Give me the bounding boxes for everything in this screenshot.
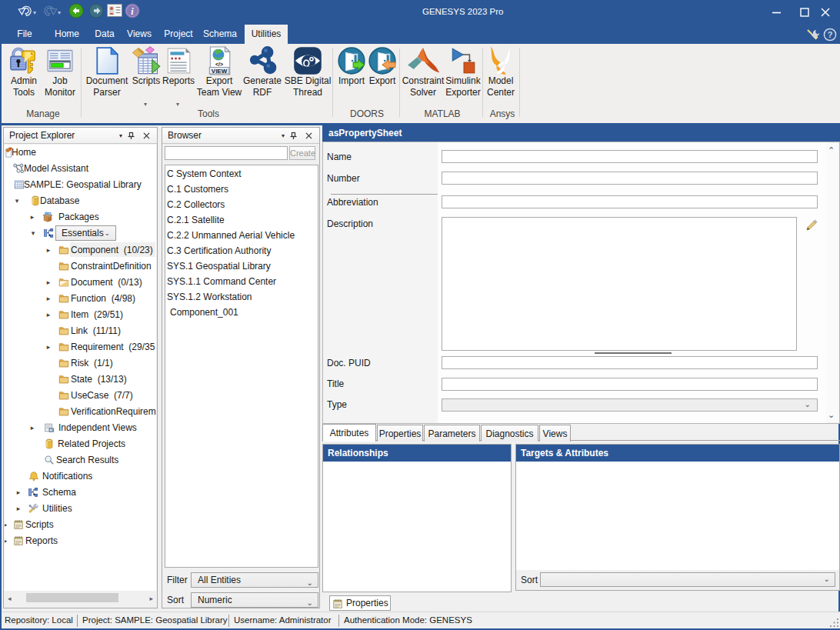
svg-text:</>: </>: [215, 62, 223, 67]
svg-text:VIEW: VIEW: [212, 68, 228, 75]
svg-text:?: ?: [828, 30, 833, 39]
